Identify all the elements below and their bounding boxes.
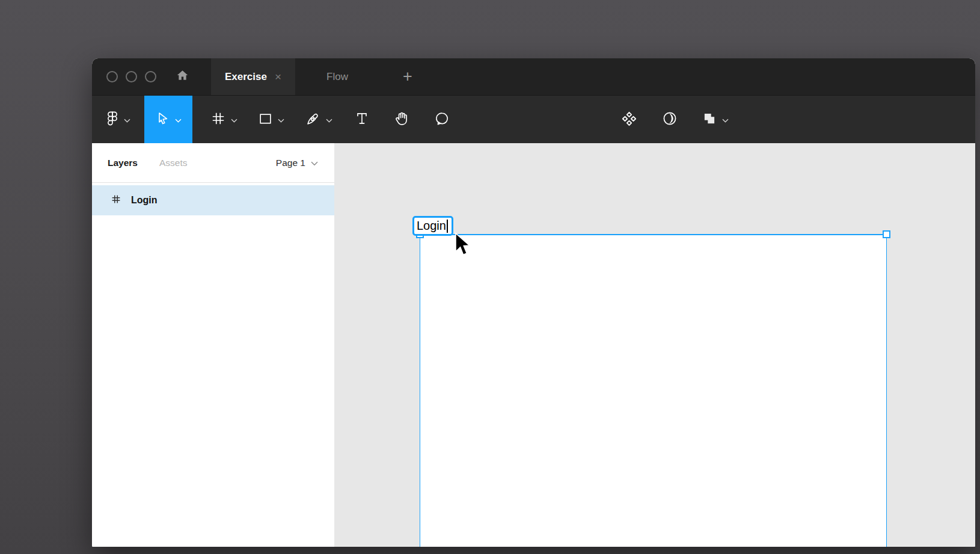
new-tab-button[interactable]: + [387, 58, 429, 95]
titlebar: Exercise × Flow + [92, 58, 975, 95]
mask-moon-icon [661, 110, 678, 129]
chevron-down-icon [722, 114, 729, 125]
object-toolbar [611, 96, 737, 144]
boolean-union-icon [702, 111, 717, 129]
traffic-lights [92, 58, 156, 95]
layers-panel: Layers Assets Page 1 Login [92, 143, 334, 547]
pen-tool-button[interactable] [295, 96, 342, 144]
frame-hash-icon [210, 111, 226, 129]
layer-row-login[interactable]: Login [92, 185, 334, 215]
layer-name: Login [131, 195, 158, 206]
rectangle-icon [258, 111, 273, 129]
figma-logo-icon [106, 111, 119, 129]
main-menu-button[interactable] [98, 96, 138, 144]
toolbar [92, 95, 975, 143]
frame-tool-button[interactable] [200, 96, 247, 144]
text-caret [447, 220, 449, 233]
selected-frame[interactable] [420, 234, 887, 547]
tab-assets[interactable]: Assets [159, 158, 188, 168]
shape-tool-button[interactable] [250, 96, 293, 144]
panel-header: Layers Assets Page 1 [92, 143, 334, 183]
hand-tool-button[interactable] [382, 96, 420, 144]
text-tool-button[interactable] [345, 96, 379, 144]
tab-layers[interactable]: Layers [108, 158, 138, 168]
use-as-mask-button[interactable] [652, 96, 687, 144]
page-selector[interactable]: Page 1 [276, 158, 318, 168]
pen-icon [305, 111, 321, 129]
comment-tool-button[interactable] [423, 96, 461, 144]
close-tab-icon[interactable]: × [275, 71, 281, 82]
chevron-down-icon [124, 114, 130, 125]
zoom-window-button[interactable] [145, 71, 156, 82]
close-window-button[interactable] [106, 71, 118, 82]
chevron-down-icon [231, 114, 237, 125]
selection-handle-top-right[interactable] [883, 230, 890, 238]
text-t-icon [354, 111, 370, 129]
component-diamonds-icon [621, 111, 637, 129]
tab-label: Flow [326, 71, 348, 83]
speech-bubble-icon [434, 111, 450, 129]
chevron-down-icon [311, 158, 318, 168]
minimize-window-button[interactable] [126, 71, 137, 82]
home-icon [176, 69, 189, 85]
home-button[interactable] [165, 58, 200, 95]
tab-flow[interactable]: Flow [295, 58, 379, 95]
chevron-down-icon [326, 114, 332, 125]
page-selector-label: Page 1 [276, 158, 305, 168]
frame-name-input[interactable]: Login [412, 216, 453, 236]
tab-label: Exercise [225, 71, 267, 83]
figma-window: Exercise × Flow + [92, 58, 975, 547]
create-component-button[interactable] [611, 96, 646, 144]
move-tool-button[interactable] [144, 96, 192, 144]
chevron-down-icon [175, 114, 182, 125]
move-cursor-icon [156, 111, 170, 129]
frame-layer-icon [111, 194, 121, 207]
tab-exercise[interactable]: Exercise × [211, 58, 295, 95]
boolean-groups-button[interactable] [693, 96, 737, 144]
content-area: Layers Assets Page 1 Login [92, 143, 975, 547]
mouse-cursor-icon [454, 232, 474, 261]
chevron-down-icon [278, 114, 284, 125]
canvas[interactable]: Login [334, 143, 975, 547]
hand-icon [393, 111, 409, 129]
frame-name-value: Login [417, 219, 446, 233]
